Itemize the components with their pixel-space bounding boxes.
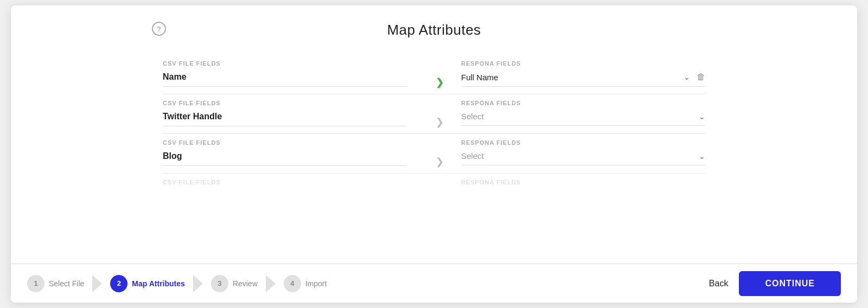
step-label-3: Review (233, 279, 258, 288)
csv-value-name: Name (163, 72, 407, 87)
page-title: Map Attributes (163, 22, 705, 39)
csv-side-faded: CSV FILE FIELDS (163, 179, 429, 191)
mapping-row-name: CSV FILE FIELDS Name ❯ RESPONA FIELDS Fu… (163, 60, 705, 94)
csv-side-name: CSV FILE FIELDS Name (163, 60, 429, 87)
help-icon[interactable]: ? (152, 22, 166, 36)
step-4[interactable]: 4 Import (284, 275, 327, 292)
step-label-1: Select File (49, 279, 84, 288)
csv-label-twitter: CSV FILE FIELDS (163, 100, 407, 106)
stepper: 1 Select File 2 Map Attributes 3 Review … (27, 275, 327, 292)
arrow-gray-icon-blog: ❯ (436, 156, 444, 168)
mapping-row-blog: CSV FILE FIELDS Blog ❯ RESPONA FIELDS Se… (163, 139, 705, 174)
chevron-down-icon[interactable]: ⌄ (684, 73, 690, 81)
csv-label-name: CSV FILE FIELDS (163, 60, 407, 67)
respona-side-twitter: RESPONA FIELDS Select ⌄ (450, 100, 705, 126)
respona-select-wrap-name: Full Name ⌄ 🗑 (461, 72, 705, 87)
respona-placeholder-twitter[interactable]: Select (461, 112, 694, 121)
respona-label-blog: RESPONA FIELDS (461, 139, 705, 146)
arrow-gray-icon-twitter: ❯ (436, 116, 444, 128)
footer: 1 Select File 2 Map Attributes 3 Review … (11, 264, 857, 303)
step-3[interactable]: 3 Review (211, 275, 258, 292)
arrow-col-name: ❯ (429, 60, 450, 88)
arrow-col-faded (429, 179, 450, 195)
respona-select-wrap-twitter[interactable]: Select ⌄ (461, 112, 705, 126)
arrow-col-blog: ❯ (429, 139, 450, 168)
respona-select-wrap-blog[interactable]: Select ⌄ (461, 151, 705, 165)
chevron-down-icon-twitter[interactable]: ⌄ (699, 112, 705, 121)
step-circle-1: 1 (27, 275, 44, 292)
step-arrow-3-4 (260, 275, 282, 292)
respona-label-name: RESPONA FIELDS (461, 60, 705, 67)
continue-button[interactable]: CONTINUE (739, 271, 841, 296)
delete-icon[interactable]: 🗑 (697, 72, 705, 82)
arrow-green-icon: ❯ (436, 76, 444, 88)
csv-side-twitter: CSV FILE FIELDS Twitter Handle (163, 100, 429, 126)
chevron-down-icon-blog[interactable]: ⌄ (699, 152, 705, 161)
csv-label-faded: CSV FILE FIELDS (163, 179, 407, 185)
respona-label-twitter: RESPONA FIELDS (461, 100, 705, 106)
step-arrow-1-2 (86, 275, 108, 292)
step-label-4: Import (305, 279, 327, 288)
mapping-row-faded: CSV FILE FIELDS RESPONA FIELDS (163, 179, 705, 201)
mapping-row-twitter: CSV FILE FIELDS Twitter Handle ❯ RESPONA… (163, 100, 705, 134)
respona-label-faded: RESPONA FIELDS (461, 179, 705, 185)
step-circle-4: 4 (284, 275, 301, 292)
scroll-area: ? Map Attributes CSV FILE FIELDS Name ❯ … (11, 5, 857, 264)
step-arrow-2-3 (187, 275, 209, 292)
step-2[interactable]: 2 Map Attributes (110, 275, 184, 292)
csv-value-twitter: Twitter Handle (163, 112, 407, 126)
csv-value-blog: Blog (163, 151, 407, 166)
arrow-col-twitter: ❯ (429, 100, 450, 128)
step-label-2: Map Attributes (132, 279, 184, 288)
step-1[interactable]: 1 Select File (27, 275, 84, 292)
respona-value-name: Full Name (461, 73, 679, 82)
respona-side-faded: RESPONA FIELDS (450, 179, 705, 191)
step-circle-3: 3 (211, 275, 228, 292)
respona-side-blog: RESPONA FIELDS Select ⌄ (450, 139, 705, 165)
back-button[interactable]: Back (698, 279, 739, 288)
respona-placeholder-blog[interactable]: Select (461, 151, 694, 161)
step-circle-2: 2 (110, 275, 127, 292)
respona-side-name: RESPONA FIELDS Full Name ⌄ 🗑 (450, 60, 705, 87)
modal-container: ? Map Attributes CSV FILE FIELDS Name ❯ … (11, 5, 857, 303)
csv-label-blog: CSV FILE FIELDS (163, 139, 407, 146)
csv-side-blog: CSV FILE FIELDS Blog (163, 139, 429, 166)
